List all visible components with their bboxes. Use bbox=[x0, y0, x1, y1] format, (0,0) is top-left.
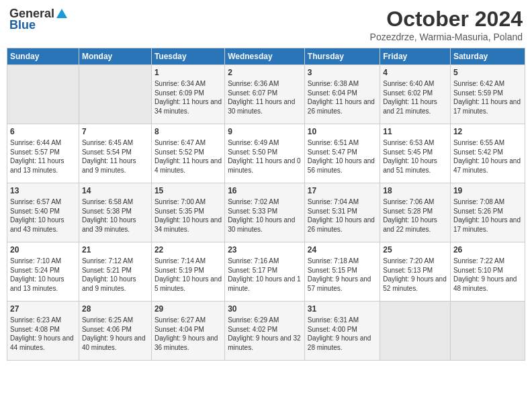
col-header-friday: Friday bbox=[380, 48, 451, 65]
sunset-text: Sunset: 6:04 PM bbox=[308, 89, 377, 98]
calendar-cell: 2Sunrise: 6:36 AMSunset: 6:07 PMDaylight… bbox=[225, 65, 305, 124]
calendar-cell: 7Sunrise: 6:45 AMSunset: 5:54 PMDaylight… bbox=[79, 124, 151, 183]
calendar-cell: 20Sunrise: 7:10 AMSunset: 5:24 PMDayligh… bbox=[7, 242, 79, 302]
col-header-sunday: Sunday bbox=[7, 48, 79, 65]
daylight-text: Daylight: 10 hours and 9 minutes. bbox=[82, 275, 148, 293]
day-number: 6 bbox=[10, 126, 76, 137]
sunrise-text: Sunrise: 6:58 AM bbox=[82, 197, 148, 207]
week-row-4: 20Sunrise: 7:10 AMSunset: 5:24 PMDayligh… bbox=[7, 242, 525, 302]
sunset-text: Sunset: 6:02 PM bbox=[383, 89, 447, 98]
daylight-text: Daylight: 11 hours and 26 minutes. bbox=[308, 97, 377, 116]
daylight-text: Daylight: 10 hours and 13 minutes. bbox=[10, 275, 76, 293]
daylight-text: Daylight: 10 hours and 43 minutes. bbox=[10, 216, 76, 234]
calendar-cell: 25Sunrise: 7:20 AMSunset: 5:13 PMDayligh… bbox=[380, 242, 451, 302]
month-title: October 2024 bbox=[370, 7, 523, 32]
daylight-text: Daylight: 11 hours and 21 minutes. bbox=[383, 97, 447, 116]
col-header-wednesday: Wednesday bbox=[225, 48, 305, 65]
calendar-cell: 4Sunrise: 6:40 AMSunset: 6:02 PMDaylight… bbox=[380, 65, 451, 124]
daylight-text: Daylight: 9 hours and 52 minutes. bbox=[383, 275, 447, 293]
sunset-text: Sunset: 4:08 PM bbox=[10, 325, 76, 334]
sunrise-text: Sunrise: 6:55 AM bbox=[453, 138, 522, 148]
location-subtitle: Pozezdrze, Warmia-Masuria, Poland bbox=[370, 32, 523, 42]
sunset-text: Sunset: 5:38 PM bbox=[82, 207, 148, 216]
sunset-text: Sunset: 5:13 PM bbox=[383, 266, 447, 275]
sunset-text: Sunset: 4:00 PM bbox=[308, 325, 377, 334]
day-number: 10 bbox=[308, 126, 377, 137]
daylight-text: Daylight: 9 hours and 28 minutes. bbox=[308, 334, 377, 352]
day-number: 4 bbox=[383, 67, 447, 78]
daylight-text: Daylight: 11 hours and 9 minutes. bbox=[82, 156, 148, 175]
daylight-text: Daylight: 10 hours and 39 minutes. bbox=[82, 216, 148, 234]
sunset-text: Sunset: 5:31 PM bbox=[308, 207, 377, 216]
day-number: 20 bbox=[10, 244, 76, 255]
sunset-text: Sunset: 5:24 PM bbox=[10, 266, 76, 275]
week-row-5: 27Sunrise: 6:23 AMSunset: 4:08 PMDayligh… bbox=[7, 302, 525, 361]
calendar-cell bbox=[79, 65, 151, 124]
calendar-cell bbox=[450, 302, 525, 361]
calendar-cell: 15Sunrise: 7:00 AMSunset: 5:35 PMDayligh… bbox=[151, 183, 224, 242]
calendar-cell: 27Sunrise: 6:23 AMSunset: 4:08 PMDayligh… bbox=[7, 302, 79, 361]
sunrise-text: Sunrise: 6:38 AM bbox=[308, 79, 377, 89]
sunrise-text: Sunrise: 7:10 AM bbox=[10, 257, 76, 266]
sunset-text: Sunset: 5:47 PM bbox=[308, 148, 377, 157]
daylight-text: Daylight: 11 hours and 30 minutes. bbox=[228, 97, 302, 116]
sunrise-text: Sunrise: 6:49 AM bbox=[228, 138, 302, 148]
calendar-cell: 14Sunrise: 6:58 AMSunset: 5:38 PMDayligh… bbox=[79, 183, 151, 242]
sunset-text: Sunset: 5:45 PM bbox=[383, 148, 447, 157]
daylight-text: Daylight: 10 hours and 34 minutes. bbox=[154, 216, 222, 234]
daylight-text: Daylight: 10 hours and 51 minutes. bbox=[383, 156, 447, 175]
day-number: 19 bbox=[453, 185, 522, 196]
day-number: 2 bbox=[228, 67, 302, 78]
sunrise-text: Sunrise: 6:36 AM bbox=[228, 79, 302, 89]
sunrise-text: Sunrise: 7:18 AM bbox=[308, 257, 377, 266]
calendar-cell: 9Sunrise: 6:49 AMSunset: 5:50 PMDaylight… bbox=[225, 124, 305, 183]
day-number: 30 bbox=[228, 304, 302, 314]
calendar-cell: 19Sunrise: 7:08 AMSunset: 5:26 PMDayligh… bbox=[450, 183, 525, 242]
title-block: October 2024 Pozezdrze, Warmia-Masuria, … bbox=[370, 7, 523, 42]
day-number: 24 bbox=[308, 244, 377, 255]
calendar-cell: 6Sunrise: 6:44 AMSunset: 5:57 PMDaylight… bbox=[7, 124, 79, 183]
sunrise-text: Sunrise: 6:40 AM bbox=[383, 79, 447, 89]
daylight-text: Daylight: 9 hours and 44 minutes. bbox=[10, 334, 76, 352]
page-header: General Blue October 2024 Pozezdrze, War… bbox=[7, 7, 525, 42]
sunrise-text: Sunrise: 6:53 AM bbox=[383, 138, 447, 148]
sunrise-text: Sunrise: 7:22 AM bbox=[453, 257, 522, 266]
day-number: 11 bbox=[383, 126, 447, 137]
sunset-text: Sunset: 5:52 PM bbox=[154, 148, 222, 157]
col-header-monday: Monday bbox=[79, 48, 151, 65]
calendar-cell bbox=[7, 65, 79, 124]
calendar-table: SundayMondayTuesdayWednesdayThursdayFrid… bbox=[7, 48, 525, 361]
daylight-text: Daylight: 11 hours and 17 minutes. bbox=[453, 97, 522, 116]
day-number: 14 bbox=[82, 185, 148, 196]
daylight-text: Daylight: 11 hours and 34 minutes. bbox=[154, 97, 222, 116]
daylight-text: Daylight: 10 hours and 26 minutes. bbox=[308, 216, 377, 234]
calendar-cell: 13Sunrise: 6:57 AMSunset: 5:40 PMDayligh… bbox=[7, 183, 79, 242]
sunrise-text: Sunrise: 6:25 AM bbox=[82, 316, 148, 325]
sunset-text: Sunset: 5:40 PM bbox=[10, 207, 76, 216]
sunrise-text: Sunrise: 6:23 AM bbox=[10, 316, 76, 325]
day-number: 29 bbox=[154, 304, 222, 314]
logo-blue-text: Blue bbox=[9, 18, 36, 32]
sunset-text: Sunset: 6:07 PM bbox=[228, 89, 302, 98]
sunrise-text: Sunrise: 6:29 AM bbox=[228, 316, 302, 325]
sunrise-text: Sunrise: 6:42 AM bbox=[453, 79, 522, 89]
day-number: 28 bbox=[82, 304, 148, 314]
sunrise-text: Sunrise: 6:27 AM bbox=[154, 316, 222, 325]
calendar-cell: 10Sunrise: 6:51 AMSunset: 5:47 PMDayligh… bbox=[304, 124, 380, 183]
day-number: 5 bbox=[453, 67, 522, 78]
day-number: 23 bbox=[228, 244, 302, 255]
day-number: 31 bbox=[308, 304, 377, 314]
sunset-text: Sunset: 5:59 PM bbox=[453, 89, 522, 98]
sunrise-text: Sunrise: 7:16 AM bbox=[228, 257, 302, 266]
daylight-text: Daylight: 11 hours and 4 minutes. bbox=[154, 156, 222, 175]
week-row-1: 1Sunrise: 6:34 AMSunset: 6:09 PMDaylight… bbox=[7, 65, 525, 124]
sunrise-text: Sunrise: 7:12 AM bbox=[82, 257, 148, 266]
sunset-text: Sunset: 4:04 PM bbox=[154, 325, 222, 334]
sunset-text: Sunset: 5:26 PM bbox=[453, 207, 522, 216]
sunset-text: Sunset: 5:57 PM bbox=[10, 148, 76, 157]
calendar-cell: 30Sunrise: 6:29 AMSunset: 4:02 PMDayligh… bbox=[225, 302, 305, 361]
day-number: 17 bbox=[308, 185, 377, 196]
daylight-text: Daylight: 9 hours and 48 minutes. bbox=[453, 275, 522, 293]
calendar-cell bbox=[380, 302, 451, 361]
col-header-saturday: Saturday bbox=[450, 48, 525, 65]
